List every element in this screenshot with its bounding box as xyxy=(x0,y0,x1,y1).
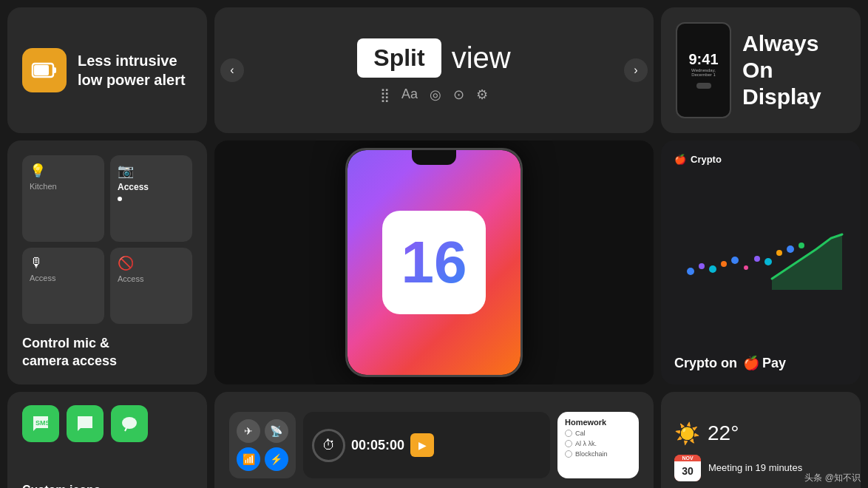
phone-screen: 16 xyxy=(347,150,521,375)
wifi-hotspot-icon: 📡 xyxy=(265,419,288,443)
custom-icons-title: Custom icons xyxy=(22,484,192,488)
app-icon-1: SMS xyxy=(22,405,59,442)
card-split-view: ‹ Split view ⣿ Aa ◎ ⊙ ⚙ › xyxy=(214,7,654,133)
calendar-day: 30 xyxy=(674,461,701,481)
text-icon: Aa xyxy=(401,87,418,102)
split-view-icons: ⣿ Aa ◎ ⊙ ⚙ xyxy=(380,87,488,103)
card-custom-icons: SMS Custom icons xyxy=(7,392,207,488)
phone-mockup: 16 xyxy=(345,148,523,377)
hw-item-1: Cal xyxy=(565,430,631,437)
svg-point-4 xyxy=(699,263,705,269)
camera-label: Access xyxy=(118,182,185,192)
timer-value: 00:05:00 xyxy=(351,438,404,453)
battery-icon xyxy=(22,48,67,92)
kitchen-label: Kitchen xyxy=(30,182,97,191)
camera-dot xyxy=(118,197,122,201)
calendar-month: NOV xyxy=(674,455,701,461)
no-icon: 🚫 xyxy=(118,255,185,271)
sun-icon: ☀️ xyxy=(674,421,700,446)
mic-cell-kitchen: 💡 Kitchen xyxy=(22,155,104,242)
view-label: view xyxy=(452,41,511,75)
mic-grid: 💡 Kitchen 📷 Access 🎙 Access 🚫 Access xyxy=(22,155,192,324)
custom-icons-row: SMS xyxy=(22,405,192,442)
pay-text: Pay xyxy=(762,356,786,371)
ios16-number: 16 xyxy=(401,233,467,292)
svg-rect-2 xyxy=(34,65,49,75)
svg-text:SMS: SMS xyxy=(35,419,50,427)
calendar-icon: NOV 30 xyxy=(674,455,701,481)
apple-pay-icon: 🍎 xyxy=(743,355,759,371)
mic-cell-no: 🚫 Access xyxy=(110,248,192,324)
widgets-row: ✈ 📡 📶 ⚡ ⏱ 00:05:00 ▶ Homework Cal xyxy=(229,403,639,487)
timer-play-button[interactable]: ▶ xyxy=(410,433,434,457)
grid-icon: ⣿ xyxy=(380,87,390,103)
svg-point-11 xyxy=(776,250,782,256)
app-icon-3 xyxy=(111,405,148,442)
card-low-power: Less intrusive low power alert xyxy=(7,7,207,133)
card-interactive-widgets: ✈ 📡 📶 ⚡ ⏱ 00:05:00 ▶ Homework Cal xyxy=(214,392,654,488)
apple-icon: 🍎 xyxy=(674,154,686,165)
always-on-title: Always On Display xyxy=(742,30,846,110)
crypto-header: 🍎 Crypto xyxy=(674,154,847,165)
weather-row: ☀️ 22° xyxy=(674,421,847,446)
wifi-icon: 📶 xyxy=(237,447,260,471)
widget-timer: ⏱ 00:05:00 ▶ xyxy=(303,412,550,478)
target-icon: ⊙ xyxy=(453,87,464,103)
svg-point-6 xyxy=(721,261,727,267)
crypto-chart-area xyxy=(674,231,847,290)
svg-point-5 xyxy=(709,265,716,273)
mic-cell-camera: 📷 Access xyxy=(110,155,192,242)
split-view-header: Split view xyxy=(357,38,510,78)
card-always-on: 9:41 Wednesday, December 1 Always On Dis… xyxy=(661,7,861,133)
card-crypto: 🍎 Crypto xyxy=(661,140,861,384)
card-control-mic: 💡 Kitchen 📷 Access 🎙 Access 🚫 Access Con… xyxy=(7,140,207,384)
aod-time: 9:41 xyxy=(688,52,718,67)
app-icon-2 xyxy=(67,405,104,442)
svg-rect-1 xyxy=(53,67,56,73)
chevron-left-button[interactable]: ‹ xyxy=(220,58,244,82)
chevron-right-button[interactable]: › xyxy=(624,58,648,82)
svg-marker-14 xyxy=(772,234,842,290)
aod-dot xyxy=(696,83,711,89)
svg-point-9 xyxy=(754,256,760,262)
airplane-icon: ✈ xyxy=(237,419,260,443)
crypto-footer: Crypto on 🍎 Pay xyxy=(674,355,847,371)
card-ios16-center: 16 xyxy=(214,140,654,384)
aod-preview: 9:41 Wednesday, December 1 xyxy=(676,22,731,118)
svg-point-8 xyxy=(744,265,748,270)
main-grid: Less intrusive low power alert ‹ Split v… xyxy=(0,0,868,488)
svg-point-12 xyxy=(787,245,794,253)
hw-check-1 xyxy=(565,430,572,437)
aod-date: Wednesday, December 1 xyxy=(681,68,726,77)
timer-circle: ⏱ xyxy=(312,429,345,462)
widget-airplay: ✈ 📡 📶 ⚡ xyxy=(229,412,296,478)
crypto-chart-svg xyxy=(674,231,847,290)
settings-icon: ⚙ xyxy=(476,87,488,103)
no-label: Access xyxy=(118,274,185,283)
hw-check-2 xyxy=(565,440,572,447)
svg-point-13 xyxy=(799,243,804,248)
watermark: 头条 @知不识 xyxy=(804,472,861,484)
svg-point-3 xyxy=(687,268,694,275)
hw-item-3: Blockchain xyxy=(565,450,631,458)
hw-text-2: Al λ λk. xyxy=(575,440,597,447)
low-power-text: Less intrusive low power alert xyxy=(78,51,192,89)
bluetooth-icon: ⚡ xyxy=(265,447,288,471)
battery-svg xyxy=(31,57,58,84)
mic-icon: 🎙 xyxy=(30,255,97,271)
crypto-on-text: Crypto on xyxy=(674,356,737,371)
ios16-logo: 16 xyxy=(382,211,486,314)
circle-icon: ◎ xyxy=(430,87,441,103)
svg-point-7 xyxy=(731,257,739,264)
hw-text-3: Blockchain xyxy=(575,450,608,458)
camera-icon: 📷 xyxy=(118,163,185,179)
phone-notch xyxy=(412,150,456,165)
weather-temp: 22° xyxy=(708,421,739,445)
hw-text-1: Cal xyxy=(575,430,586,437)
meeting-text: Meeting in 19 minutes xyxy=(708,462,802,473)
kitchen-icon: 💡 xyxy=(30,163,97,179)
split-label: Split xyxy=(357,38,441,78)
crypto-label: Crypto xyxy=(691,154,722,165)
mic-label: Access xyxy=(30,274,97,282)
mic-cell-mic: 🎙 Access xyxy=(22,248,104,324)
